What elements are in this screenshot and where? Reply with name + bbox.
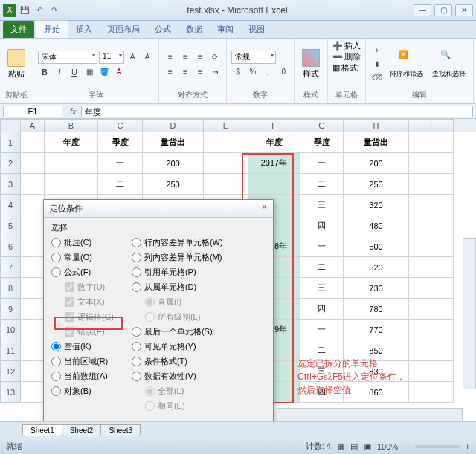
row-header[interactable]: 9 xyxy=(0,299,21,320)
row-header[interactable]: 13 xyxy=(0,382,21,403)
view-normal-icon[interactable]: ▦ xyxy=(337,441,344,451)
dialog-option[interactable]: 对象(B) xyxy=(51,385,114,398)
cell[interactable]: 季度 xyxy=(300,132,344,153)
cell[interactable]: 730 xyxy=(344,278,409,299)
cell[interactable]: 200 xyxy=(344,153,409,174)
cell[interactable] xyxy=(204,132,248,153)
cell[interactable] xyxy=(204,174,248,195)
tab-layout[interactable]: 页面布局 xyxy=(100,21,147,38)
maximize-button[interactable]: ▢ xyxy=(434,4,452,16)
find-select-button[interactable]: 🔍查找和选择 xyxy=(429,48,469,80)
dialog-close-icon[interactable]: ✕ xyxy=(261,203,267,214)
font-color-button[interactable]: A xyxy=(112,65,126,79)
cell[interactable] xyxy=(409,153,454,174)
view-break-icon[interactable]: ▣ xyxy=(364,441,371,451)
cell[interactable]: 480 xyxy=(344,215,409,236)
cell[interactable]: 320 xyxy=(344,195,409,215)
font-size-combo[interactable]: 11 xyxy=(99,51,124,64)
cell[interactable]: 一 xyxy=(300,236,344,257)
dialog-option[interactable]: 可见单元格(Y) xyxy=(132,340,223,353)
dialog-option[interactable]: 空值(K) xyxy=(51,340,114,353)
border-button[interactable]: ▦ xyxy=(83,65,96,79)
row-header[interactable]: 1 xyxy=(0,132,21,153)
cell[interactable]: 一 xyxy=(300,320,344,340)
cell[interactable]: 三 xyxy=(300,195,344,215)
cell[interactable]: 二 xyxy=(98,174,143,195)
dialog-option[interactable]: 公式(F) xyxy=(51,266,114,279)
fx-icon[interactable]: fx xyxy=(65,107,81,116)
paste-button[interactable]: 粘贴 xyxy=(4,48,28,81)
autosum-icon[interactable]: Σ xyxy=(370,45,384,58)
row-header[interactable]: 7 xyxy=(0,257,21,278)
row-header[interactable]: 8 xyxy=(0,278,21,299)
fill-icon[interactable]: ⬇ xyxy=(370,58,384,71)
cell[interactable] xyxy=(21,236,45,257)
cell[interactable] xyxy=(21,174,45,195)
row-header[interactable]: 3 xyxy=(0,174,21,195)
dialog-titlebar[interactable]: 定位条件 ✕ xyxy=(44,200,273,218)
cell[interactable] xyxy=(409,382,454,403)
cell[interactable] xyxy=(409,299,454,320)
cell[interactable] xyxy=(45,174,98,195)
styles-button[interactable]: 样式 xyxy=(299,48,323,81)
fill-color-button[interactable]: 🪣 xyxy=(97,65,111,79)
cell[interactable] xyxy=(409,195,454,215)
cell[interactable] xyxy=(21,340,45,361)
cell[interactable]: 一 xyxy=(98,153,143,174)
dialog-option[interactable]: 常量(O) xyxy=(51,251,114,264)
align-top-icon[interactable]: ≡ xyxy=(164,51,177,64)
cell[interactable]: 二 xyxy=(300,257,344,278)
sheet-tab[interactable]: Sheet2 xyxy=(62,424,102,436)
horizontal-scrollbar[interactable] xyxy=(277,408,463,421)
redo-icon[interactable]: ↷ xyxy=(48,4,61,17)
cell[interactable]: 2017年 xyxy=(248,153,300,174)
cell[interactable] xyxy=(45,153,98,174)
cell[interactable] xyxy=(21,320,45,340)
cell[interactable] xyxy=(409,278,454,299)
col-header[interactable]: C xyxy=(98,119,143,132)
underline-button[interactable]: U xyxy=(68,65,81,79)
align-right-icon[interactable]: ≡ xyxy=(193,65,207,79)
cell[interactable] xyxy=(409,361,454,382)
align-left-icon[interactable]: ≡ xyxy=(164,65,177,79)
zoom-in-icon[interactable]: + xyxy=(466,442,470,451)
cell[interactable]: 250 xyxy=(344,174,409,195)
cell[interactable]: 量货出 xyxy=(344,132,409,153)
dialog-option[interactable]: 批注(C) xyxy=(51,236,114,249)
tab-home[interactable]: 开始 xyxy=(36,20,68,38)
cell[interactable]: 200 xyxy=(143,153,204,174)
cell[interactable]: 二 xyxy=(300,174,344,195)
cell[interactable] xyxy=(21,195,45,215)
align-mid-icon[interactable]: ≡ xyxy=(178,51,192,64)
comma-icon[interactable]: , xyxy=(261,65,274,79)
formula-input[interactable]: 年度 xyxy=(81,106,473,117)
sheet-tab[interactable]: Sheet1 xyxy=(22,424,62,436)
align-bot-icon[interactable]: ≡ xyxy=(193,51,207,64)
cell[interactable] xyxy=(409,320,454,340)
tab-data[interactable]: 数据 xyxy=(178,21,210,38)
row-header[interactable]: 5 xyxy=(0,215,21,236)
minimize-button[interactable]: — xyxy=(414,4,431,16)
col-header[interactable]: I xyxy=(409,119,454,132)
dialog-option[interactable]: 最后一个单元格(S) xyxy=(132,325,223,338)
cell[interactable] xyxy=(409,257,454,278)
cell[interactable] xyxy=(409,174,454,195)
cell[interactable] xyxy=(409,236,454,257)
percent-icon[interactable]: % xyxy=(246,65,260,79)
tab-insert[interactable]: 插入 xyxy=(68,21,100,38)
cell[interactable] xyxy=(21,153,45,174)
col-header[interactable]: D xyxy=(143,119,204,132)
select-all-corner[interactable] xyxy=(0,119,21,132)
cell[interactable]: 四 xyxy=(300,215,344,236)
grow-font-icon[interactable]: A xyxy=(126,51,139,64)
cell[interactable] xyxy=(248,174,300,195)
currency-icon[interactable]: $ xyxy=(231,65,245,79)
tab-view[interactable]: 视图 xyxy=(241,21,272,38)
sheet-tab[interactable]: Sheet3 xyxy=(100,424,141,436)
zoom-slider[interactable] xyxy=(415,445,460,448)
orientation-icon[interactable]: ⟳ xyxy=(208,51,222,64)
tab-formulas[interactable]: 公式 xyxy=(147,21,178,38)
dialog-option[interactable]: 数据有效性(V) xyxy=(132,370,223,383)
cell[interactable]: 三 xyxy=(300,278,344,299)
col-header[interactable]: A xyxy=(21,119,45,132)
